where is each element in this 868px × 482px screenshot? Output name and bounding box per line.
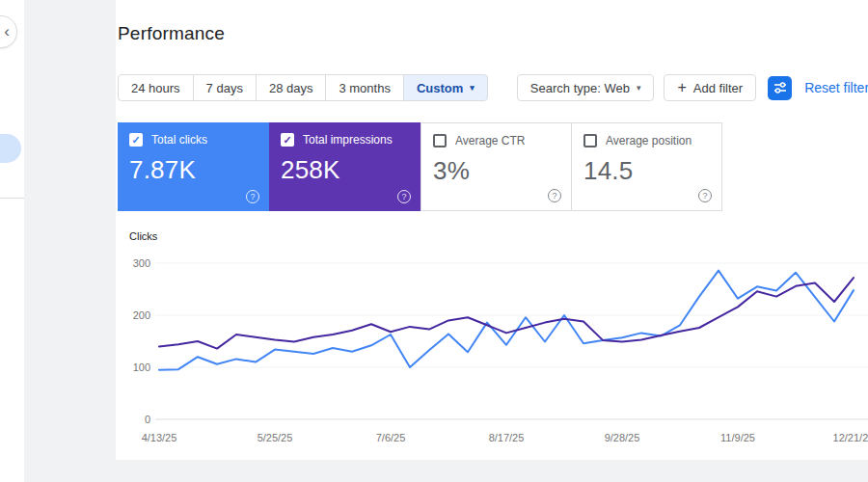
plus-icon: +	[677, 80, 686, 95]
help-icon[interactable]: ?	[246, 190, 259, 203]
date-range-group: 24 hours 7 days 28 days 3 months Custom …	[118, 74, 488, 101]
tune-filter-button[interactable]	[768, 76, 792, 100]
metric-header: ✓ Total impressions	[281, 133, 409, 147]
sidebar-active-item-highlight[interactable]	[0, 134, 21, 163]
metric-value: 3%	[433, 156, 559, 186]
add-filter-label: Add filter	[693, 81, 743, 95]
metrics-row: ✓ Total clicks 7.87K ? ✓ Total impressio…	[118, 122, 868, 211]
metric-card-total-clicks[interactable]: ✓ Total clicks 7.87K ?	[118, 122, 269, 211]
sidebar-collapse-button[interactable]: ‹	[0, 15, 17, 48]
svg-text:11/9/25: 11/9/25	[720, 432, 755, 443]
metric-header: Average CTR	[433, 134, 559, 147]
metric-header: Average position	[583, 134, 710, 147]
range-7-days-button[interactable]: 7 days	[193, 74, 257, 101]
checkbox-checked-icon[interactable]: ✓	[129, 133, 143, 147]
checkbox-unchecked-icon[interactable]	[433, 134, 447, 147]
metric-label: Average position	[606, 134, 692, 147]
metric-value: 258K	[281, 155, 409, 185]
help-icon[interactable]: ?	[698, 189, 712, 202]
svg-text:5/25/25: 5/25/25	[258, 432, 293, 443]
svg-text:300: 300	[133, 257, 150, 269]
page-title: Performance	[118, 23, 868, 44]
svg-text:9/28/25: 9/28/25	[605, 432, 640, 443]
reset-filters-link[interactable]: Reset filters	[804, 80, 868, 95]
sidebar-divider	[0, 198, 24, 199]
metric-value: 14.5	[583, 156, 710, 186]
metric-label: Total impressions	[303, 133, 393, 147]
tune-icon	[773, 81, 787, 94]
add-filter-button[interactable]: + Add filter	[664, 74, 756, 101]
metric-card-total-impressions[interactable]: ✓ Total impressions 258K ?	[269, 122, 420, 211]
chevron-left-icon: ‹	[4, 22, 10, 41]
search-type-label: Search type: Web	[530, 81, 630, 95]
metric-label: Total clicks	[151, 133, 207, 147]
metric-label: Average CTR	[455, 134, 525, 147]
svg-text:200: 200	[133, 309, 150, 321]
checkbox-checked-icon[interactable]: ✓	[281, 133, 294, 147]
range-custom-button[interactable]: Custom ▾	[403, 74, 488, 101]
metric-value: 7.87K	[129, 155, 258, 185]
filter-toolbar: 24 hours 7 days 28 days 3 months Custom …	[118, 74, 868, 101]
svg-text:0: 0	[145, 414, 150, 425]
svg-text:7/6/25: 7/6/25	[376, 432, 406, 443]
chart-axis-title: Clicks	[129, 230, 868, 242]
chevron-down-icon: ▾	[470, 83, 475, 93]
range-custom-label: Custom	[417, 81, 463, 95]
svg-text:4/13/25: 4/13/25	[142, 432, 177, 443]
performance-panel: Performance 24 hours 7 days 28 days 3 mo…	[116, 0, 868, 460]
search-type-dropdown[interactable]: Search type: Web ▾	[517, 74, 655, 101]
sidebar: ‹	[0, 0, 24, 482]
range-28-days-button[interactable]: 28 days	[256, 74, 327, 101]
help-icon[interactable]: ?	[548, 189, 561, 202]
metric-card-average-ctr[interactable]: Average CTR 3% ?	[420, 122, 572, 211]
svg-text:8/17/25: 8/17/25	[489, 432, 525, 443]
metric-header: ✓ Total clicks	[129, 133, 258, 147]
checkbox-unchecked-icon[interactable]	[583, 134, 597, 147]
performance-chart: Clicks 30020010004/13/255/25/257/6/258/1…	[118, 230, 868, 448]
svg-text:100: 100	[133, 362, 150, 373]
svg-text:12/21/25: 12/21/25	[833, 432, 868, 443]
chevron-down-icon: ▾	[637, 83, 641, 93]
help-icon[interactable]: ?	[397, 190, 411, 203]
line-chart: 30020010004/13/255/25/257/6/258/17/259/2…	[127, 244, 868, 448]
range-24-hours-button[interactable]: 24 hours	[118, 74, 194, 101]
metric-card-average-position[interactable]: Average position 14.5 ?	[571, 122, 722, 211]
range-3-months-button[interactable]: 3 months	[325, 74, 403, 101]
